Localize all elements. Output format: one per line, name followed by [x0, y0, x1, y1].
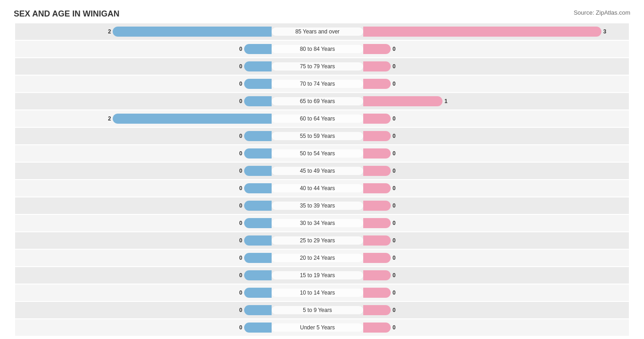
male-bar [244, 201, 272, 211]
right-section: 0 [363, 76, 620, 92]
male-value: 0 [239, 168, 242, 174]
female-bar [363, 270, 391, 280]
left-section: 0 [15, 145, 272, 162]
right-section: 0 [363, 180, 620, 197]
right-section: 0 [363, 215, 620, 231]
bar-row: 0 65 to 69 Years 1 [15, 93, 629, 109]
male-value: 0 [239, 237, 242, 244]
female-value: 0 [393, 220, 396, 226]
bar-row: 2 85 Years and over 3 [15, 23, 629, 40]
male-bar [244, 270, 272, 280]
female-bar [363, 218, 391, 228]
female-bar [363, 235, 391, 246]
female-value: 0 [393, 150, 396, 157]
female-value: 0 [393, 290, 396, 296]
bar-row: 0 15 to 19 Years 0 [15, 267, 629, 284]
male-value: 0 [239, 255, 242, 261]
right-section: 0 [363, 110, 620, 127]
age-label: 40 to 44 Years [272, 184, 363, 192]
male-value: 0 [239, 150, 242, 157]
left-section: 0 [15, 319, 272, 336]
right-section: 0 [363, 58, 620, 75]
female-bar [363, 96, 442, 106]
left-section: 0 [15, 163, 272, 179]
male-value: 0 [239, 220, 242, 226]
female-value: 0 [393, 115, 396, 122]
male-bar [244, 131, 272, 141]
female-bar [363, 148, 391, 159]
left-section: 0 [15, 215, 272, 231]
male-bar [244, 253, 272, 263]
chart-title: SEX AND AGE IN WINIGAN [14, 9, 630, 19]
left-section: 0 [15, 284, 272, 301]
male-bar [244, 148, 272, 159]
bar-row: 0 50 to 54 Years 0 [15, 145, 629, 162]
age-label: 60 to 64 Years [272, 115, 363, 123]
chart-rows-wrapper: 2 85 Years and over 3 0 80 to 84 Years 0… [15, 23, 629, 336]
right-section: 0 [363, 319, 620, 336]
age-label: Under 5 Years [272, 323, 363, 332]
female-bar [363, 166, 391, 176]
male-bar [113, 27, 272, 37]
right-section: 1 [363, 93, 620, 109]
bar-row: 0 5 to 9 Years 0 [15, 302, 629, 318]
bar-row: 0 55 to 59 Years 0 [15, 128, 629, 144]
right-section: 0 [363, 302, 620, 318]
right-section: 0 [363, 250, 620, 266]
male-bar [244, 183, 272, 193]
bar-row: 0 45 to 49 Years 0 [15, 163, 629, 179]
male-value: 2 [108, 28, 111, 35]
age-label: 15 to 19 Years [272, 271, 363, 279]
left-section: 2 [15, 110, 272, 127]
age-label: 5 to 9 Years [272, 306, 363, 314]
female-bar [363, 61, 391, 71]
left-section: 0 [15, 180, 272, 197]
male-bar [244, 79, 272, 89]
male-value: 0 [239, 81, 242, 87]
bar-row: 0 30 to 34 Years 0 [15, 215, 629, 231]
female-bar [363, 131, 391, 141]
left-section: 0 [15, 267, 272, 284]
male-bar [244, 44, 272, 54]
age-label: 25 to 29 Years [272, 236, 363, 245]
female-value: 0 [393, 237, 396, 244]
bar-row: 0 75 to 79 Years 0 [15, 58, 629, 75]
left-section: 0 [15, 302, 272, 318]
male-bar [113, 114, 272, 124]
female-bar [363, 79, 391, 89]
male-value: 0 [239, 185, 242, 191]
male-value: 0 [239, 98, 242, 104]
male-value: 0 [239, 63, 242, 70]
female-bar [363, 44, 391, 54]
age-label: 20 to 24 Years [272, 254, 363, 262]
bar-row: 0 20 to 24 Years 0 [15, 250, 629, 266]
female-value: 0 [393, 63, 396, 70]
age-label: 80 to 84 Years [272, 45, 363, 53]
female-bar [363, 201, 391, 211]
age-label: 70 to 74 Years [272, 80, 363, 88]
male-value: 0 [239, 324, 242, 331]
left-section: 0 [15, 93, 272, 109]
male-bar [244, 235, 272, 246]
age-label: 75 to 79 Years [272, 62, 363, 71]
bar-row: 0 25 to 29 Years 0 [15, 232, 629, 249]
female-value: 0 [393, 307, 396, 313]
bar-row: 2 60 to 64 Years 0 [15, 110, 629, 127]
right-section: 3 [363, 23, 620, 40]
male-value: 0 [239, 46, 242, 52]
age-label: 50 to 54 Years [272, 149, 363, 158]
right-section: 0 [363, 284, 620, 301]
male-bar [244, 323, 272, 333]
female-bar [363, 27, 601, 37]
right-section: 0 [363, 163, 620, 179]
female-value: 0 [393, 324, 396, 331]
source-label: Source: ZipAtlas.com [573, 9, 630, 16]
female-value: 1 [444, 98, 448, 104]
male-value: 0 [239, 307, 242, 313]
female-value: 0 [393, 202, 396, 209]
male-bar [244, 288, 272, 298]
age-label: 55 to 59 Years [272, 132, 363, 140]
female-bar [363, 323, 391, 333]
right-section: 0 [363, 145, 620, 162]
left-section: 0 [15, 250, 272, 266]
